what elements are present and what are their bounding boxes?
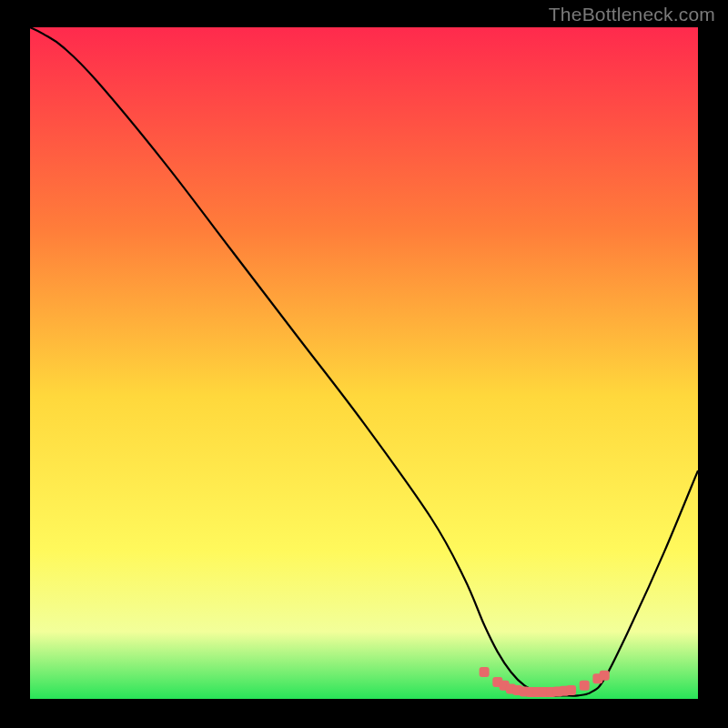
bottleneck-chart bbox=[30, 27, 698, 699]
marker-point bbox=[580, 681, 590, 691]
marker-point bbox=[600, 671, 610, 681]
plot-area bbox=[30, 27, 698, 699]
chart-frame: TheBottleneck.com bbox=[0, 0, 728, 728]
watermark-text: TheBottleneck.com bbox=[549, 4, 715, 25]
gradient-background bbox=[30, 27, 698, 699]
marker-point bbox=[480, 667, 490, 677]
marker-point bbox=[566, 685, 576, 695]
